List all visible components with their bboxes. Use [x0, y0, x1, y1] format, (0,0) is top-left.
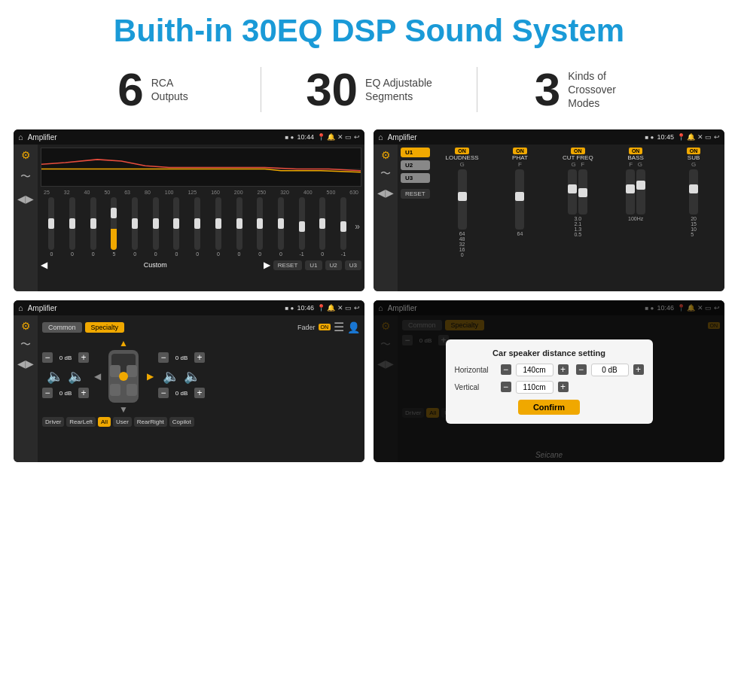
eq-slider-2[interactable]: 0	[84, 197, 102, 257]
sidebar-eq-icon-3[interactable]: ⚙	[21, 320, 31, 332]
eq-slider-9[interactable]: 0	[230, 197, 249, 257]
eq-slider-0[interactable]: 0	[42, 197, 61, 257]
horizontal-value[interactable]: 140cm	[516, 364, 554, 376]
screen1-main: 25 32 40 50 63 80 100 125 160 200 250 32…	[38, 145, 364, 291]
specialty-tab[interactable]: Specialty	[85, 322, 125, 333]
stat-number-crossover: 3	[535, 66, 560, 113]
fader-right: − 0 dB + 🔈 🔈 − 0 dB +	[158, 352, 205, 400]
vertical-value[interactable]: 110cm	[516, 381, 554, 394]
sidebar-speaker-icon[interactable]: ◀▶	[17, 193, 34, 205]
main-title: Buith-in 30EQ DSP Sound System	[8, 14, 730, 48]
horizontal-label: Horizontal	[455, 366, 496, 374]
eq-slider-3[interactable]: 5	[105, 197, 124, 257]
cutfreq-slider-g[interactable]	[568, 169, 577, 215]
br-minus-btn[interactable]: −	[158, 388, 169, 398]
eq-slider-12[interactable]: -1	[292, 197, 311, 257]
top-right-control: − 0 dB +	[158, 352, 205, 363]
bl-plus-btn[interactable]: +	[78, 388, 89, 398]
vertical-label: Vertical	[455, 383, 496, 391]
driver-btn[interactable]: Driver	[42, 417, 64, 427]
eq-u1-btn[interactable]: U1	[305, 260, 322, 270]
screen3-time: 10:46	[297, 304, 314, 312]
bass-label: BASS	[628, 154, 644, 161]
loudness-slider[interactable]	[458, 169, 467, 230]
status-bar-2: ⌂ Amplifier ■ ● 10:45 📍 🔔 ✕ ▭ ↩	[374, 129, 724, 145]
loudness-val2: 48	[459, 236, 465, 242]
vertical-minus-btn[interactable]: −	[501, 382, 511, 392]
eq-reset-btn[interactable]: RESET	[273, 260, 303, 270]
horizontal-minus-btn[interactable]: −	[501, 364, 511, 375]
screen-eq: ⌂ Amplifier ■ ● 10:44 📍 🔔 ✕ ▭ ↩ ⚙ 〜 ◀▶	[14, 129, 364, 291]
amp-reset-btn[interactable]: RESET	[401, 189, 430, 199]
home-icon-1[interactable]: ⌂	[18, 132, 23, 142]
all-btn[interactable]: All	[98, 417, 111, 427]
eq-slider-11[interactable]: 0	[272, 197, 291, 257]
sidebar-wave-icon-3[interactable]: 〜	[20, 338, 31, 352]
eq-freq-labels: 25 32 40 50 63 80 100 125 160 200 250 32…	[41, 190, 361, 195]
h-db-minus-btn[interactable]: −	[576, 364, 587, 375]
bl-minus-btn[interactable]: −	[42, 388, 53, 398]
tl-plus-btn[interactable]: +	[78, 352, 89, 363]
eq-mode-label: Custom	[50, 261, 261, 269]
h-db-plus-btn[interactable]: +	[633, 364, 644, 375]
eq-slider-8[interactable]: 0	[209, 197, 228, 257]
sidebar-eq-icon[interactable]: ⚙	[21, 149, 31, 161]
user-btn[interactable]: User	[113, 417, 132, 427]
stat-eq: 30 EQ AdjustableSegments	[261, 66, 477, 113]
common-tab[interactable]: Common	[42, 322, 82, 333]
eq-slider-6[interactable]: 0	[167, 197, 186, 257]
sub-slider[interactable]	[689, 169, 698, 215]
vertical-plus-btn[interactable]: +	[558, 382, 569, 392]
eq-slider-1[interactable]: 0	[63, 197, 82, 257]
stat-number-rca: 6	[117, 66, 143, 113]
channel-u2-btn[interactable]: U2	[401, 160, 430, 170]
horizontal-plus-btn[interactable]: +	[558, 364, 569, 375]
phat-slider[interactable]	[515, 169, 524, 230]
fader-bars-icon[interactable]: ☰	[334, 320, 344, 334]
fader-left: − 0 dB + 🔈 🔈 − 0 dB +	[42, 352, 89, 400]
bass-slider-f[interactable]	[626, 169, 635, 215]
eq-slider-5[interactable]: 0	[146, 197, 165, 257]
cutfreq-slider-f[interactable]	[578, 169, 587, 215]
eq-prev-btn[interactable]: ◀	[41, 260, 47, 270]
tr-val: 0 dB	[171, 355, 192, 361]
eq-slider-14[interactable]: -1	[334, 197, 353, 257]
bottom-right-control: − 0 dB +	[158, 388, 205, 398]
eq-display	[41, 148, 361, 187]
loudness-val4: 16	[459, 247, 465, 252]
top-left-control: − 0 dB +	[42, 352, 89, 363]
tr-minus-btn[interactable]: −	[158, 352, 169, 363]
sidebar-speaker-icon-2[interactable]: ◀▶	[377, 187, 394, 199]
home-icon-2[interactable]: ⌂	[378, 132, 383, 142]
sidebar-speaker-icon-3[interactable]: ◀▶	[17, 358, 34, 370]
bass-slider-g[interactable]	[636, 169, 645, 215]
bottom-left-control: − 0 dB +	[42, 388, 89, 398]
eq-slider-13[interactable]: 0	[313, 197, 332, 257]
sidebar-wave-icon[interactable]: 〜	[20, 170, 31, 184]
h-db-val[interactable]: 0 dB	[591, 364, 629, 376]
screen2-sidebar: ⚙ 〜 ◀▶	[374, 145, 398, 291]
home-icon-3[interactable]: ⌂	[18, 303, 23, 312]
stat-label-rca: RCAOutputs	[151, 76, 188, 103]
eq-slider-4[interactable]: 0	[126, 197, 145, 257]
channel-u1-btn[interactable]: U1	[401, 148, 430, 157]
eq-slider-7[interactable]: 0	[188, 197, 207, 257]
rearleft-btn[interactable]: RearLeft	[66, 417, 96, 427]
ctrl-bass: ON BASS F G 100Hz	[608, 148, 663, 257]
sidebar-eq-icon-2[interactable]: ⚙	[381, 149, 391, 161]
copilot-btn[interactable]: Copilot	[169, 417, 194, 427]
eq-u2-btn[interactable]: U2	[325, 260, 342, 270]
eq-next-btn[interactable]: ▶	[264, 260, 270, 270]
screen-dialog: ⌂ Amplifier ■ ● 10:46 📍 🔔 ✕ ▭ ↩ ⚙ 〜 ◀▶ C…	[374, 300, 724, 462]
sidebar-wave-icon-2[interactable]: 〜	[380, 167, 391, 181]
confirm-button[interactable]: Confirm	[518, 400, 580, 415]
rearright-btn[interactable]: RearRight	[134, 417, 167, 427]
br-plus-btn[interactable]: +	[194, 388, 205, 398]
tl-minus-btn[interactable]: −	[42, 352, 53, 363]
fader-user-icon[interactable]: 👤	[347, 321, 360, 333]
eq-slider-10[interactable]: 0	[251, 197, 270, 257]
eq-u3-btn[interactable]: U3	[345, 260, 361, 270]
tr-plus-btn[interactable]: +	[194, 352, 205, 363]
channel-u3-btn[interactable]: U3	[401, 173, 430, 183]
loudness-val: 64	[459, 231, 465, 236]
